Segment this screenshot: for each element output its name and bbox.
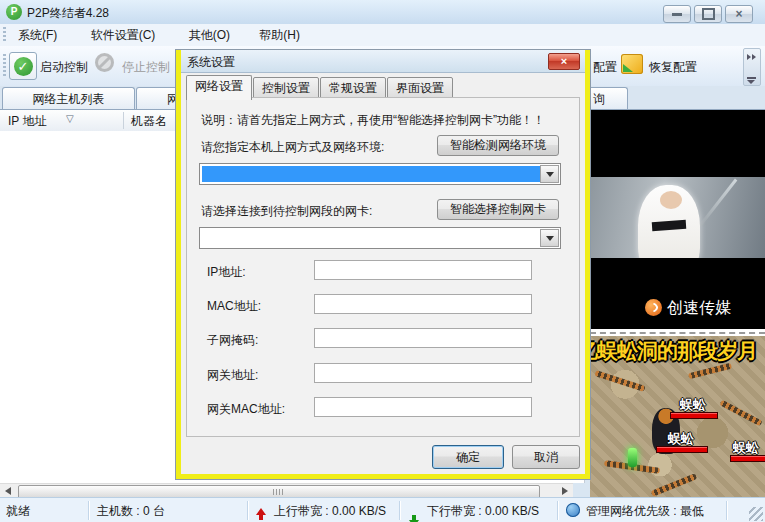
chevron-right-icon: [747, 54, 756, 60]
net-env-combobox[interactable]: [199, 163, 561, 185]
app-logo-icon: P: [6, 4, 22, 20]
tab-network-hosts[interactable]: 网络主机列表: [2, 87, 135, 110]
arrow-left-icon: [5, 487, 11, 495]
menu-software-settings[interactable]: 软件设置(C): [83, 24, 164, 46]
video-frame: 开始游戏 Game start!: [590, 177, 765, 258]
dialog-close-button[interactable]: ×: [548, 53, 580, 70]
dialog-title: 系统设置: [187, 54, 235, 71]
mac-address-label: MAC地址:: [207, 298, 261, 315]
combobox-selection-highlight: [202, 166, 540, 182]
subnet-mask-field-box: [314, 328, 532, 348]
menu-system[interactable]: 系统(F): [10, 24, 65, 46]
chevron-down-icon: [747, 80, 755, 84]
close-icon: ×: [735, 7, 742, 21]
ip-address-field-box: [314, 260, 532, 280]
ip-address-input[interactable]: [315, 261, 535, 281]
system-settings-dialog: 系统设置 × 网络设置 控制设置 常规设置 界面设置 说明：请首先指定上网方式，…: [176, 50, 590, 479]
gateway-address-field-box: [314, 363, 532, 383]
status-host-count: 主机数 : 0 台: [97, 503, 165, 520]
mac-address-input[interactable]: [315, 295, 535, 315]
game-ad-title: 忆蜈蚣洞的那段岁月: [590, 337, 757, 365]
gateway-mac-input[interactable]: [315, 398, 535, 418]
arrow-right-icon: [562, 487, 568, 495]
dialog-note: 说明：请首先指定上网方式，再使用“智能选择控制网卡”功能！！: [201, 112, 571, 129]
minimize-button[interactable]: [663, 5, 691, 23]
menu-other[interactable]: 其他(O): [181, 24, 238, 46]
toolbar-grip: [3, 54, 6, 78]
start-control-label[interactable]: 启动控制: [40, 59, 88, 76]
menu-help[interactable]: 帮助(H): [251, 24, 308, 46]
status-separator: [247, 501, 248, 520]
brand-logo-icon: [645, 299, 662, 316]
upload-arrow-icon: [256, 503, 266, 515]
maximize-button[interactable]: [694, 5, 722, 23]
dialog-title-bar: 系统设置 ×: [181, 50, 585, 73]
backup-config-label-partial[interactable]: 配置: [593, 59, 617, 76]
dropdown-arrow-icon: [546, 172, 554, 177]
gateway-mac-label: 网关MAC地址:: [207, 401, 285, 418]
stop-control-icon: [95, 53, 114, 72]
menu-bar: 系统(F) 软件设置(C) 其他(O) 帮助(H): [0, 24, 765, 47]
minimize-icon: [672, 13, 682, 16]
subnet-mask-label: 子网掩码:: [207, 332, 258, 349]
video-ad[interactable]: 开始游戏 Game start! 创速传媒: [590, 110, 765, 329]
adapter-label: 请选择连接到待控制网段的网卡:: [201, 203, 372, 220]
status-separator: [88, 501, 89, 520]
centipede-sprite: [594, 370, 645, 392]
gateway-address-label: 网关地址:: [207, 367, 258, 384]
toolbar-overflow-button[interactable]: [743, 48, 761, 86]
game-ad[interactable]: 忆蜈蚣洞的那段岁月 蜈蚣 蜈蚣 蜈蚣: [590, 336, 765, 497]
stop-control-button: [95, 53, 114, 72]
cancel-button[interactable]: 取消: [512, 445, 580, 469]
status-upload: 上行带宽 : 0.00 KB/S: [274, 503, 386, 520]
dropdown-arrow-icon: [546, 236, 554, 241]
monster-health-bar: [656, 446, 708, 453]
column-separator: [123, 112, 124, 129]
dialog-tab-network[interactable]: 网络设置: [186, 75, 252, 100]
start-control-button[interactable]: ✓: [9, 52, 37, 80]
brand-name: 创速传媒: [667, 298, 731, 319]
window-title: P2P终结者4.28: [27, 5, 109, 22]
combobox-dropdown-button[interactable]: [540, 229, 559, 247]
column-ip[interactable]: IP 地址: [8, 113, 46, 130]
start-control-icon: ✓: [14, 57, 33, 76]
scroll-right-button[interactable]: [557, 484, 572, 498]
mac-address-field-box: [314, 294, 532, 314]
app-window: P P2P终结者4.28 × 系统(F) 软件设置(C) 其他(O) 帮助(H)…: [0, 0, 765, 522]
adapter-combobox[interactable]: [199, 227, 561, 249]
sort-icon: ▽: [66, 113, 74, 124]
close-button[interactable]: ×: [725, 5, 753, 23]
centipede-sprite: [719, 400, 762, 427]
ip-address-label: IP地址:: [207, 264, 246, 281]
ad-separator: [590, 329, 765, 336]
monster-health-bar: [670, 412, 718, 419]
status-ready: 就绪: [6, 503, 30, 520]
horizontal-scrollbar[interactable]: [0, 483, 573, 498]
status-separator: [557, 501, 558, 520]
net-env-label: 请您指定本机上网方式及网络环境:: [201, 139, 384, 156]
detect-network-button[interactable]: 智能检测网络环境: [437, 135, 559, 156]
resize-grip[interactable]: [749, 507, 763, 521]
centipede-sprite: [688, 363, 732, 379]
status-separator: [726, 501, 727, 520]
scroll-left-button[interactable]: [0, 484, 15, 498]
network-globe-icon: [566, 503, 580, 517]
restore-config-icon: [621, 54, 643, 74]
overflow-bar: [747, 77, 756, 79]
restore-config-label[interactable]: 恢复配置: [649, 59, 697, 76]
column-machine-name[interactable]: 机器名: [131, 113, 167, 130]
status-priority: 管理网络优先级 : 最低: [586, 503, 704, 520]
ok-button[interactable]: 确定: [432, 445, 504, 469]
subnet-mask-input[interactable]: [315, 329, 535, 349]
gateway-address-input[interactable]: [315, 364, 535, 384]
combobox-dropdown-button[interactable]: [540, 165, 559, 183]
select-adapter-button[interactable]: 智能选择控制网卡: [437, 199, 559, 220]
stop-control-label: 停止控制: [122, 59, 170, 76]
figure-skin-decoration: [660, 191, 682, 209]
status-download: 下行带宽 : 0.00 KB/S: [427, 503, 539, 520]
title-bar: P P2P终结者4.28 ×: [0, 0, 765, 25]
status-separator: [399, 501, 400, 520]
maximize-icon: [702, 8, 715, 20]
menu-grip: [3, 27, 6, 43]
centipede-sprite: [651, 473, 698, 497]
